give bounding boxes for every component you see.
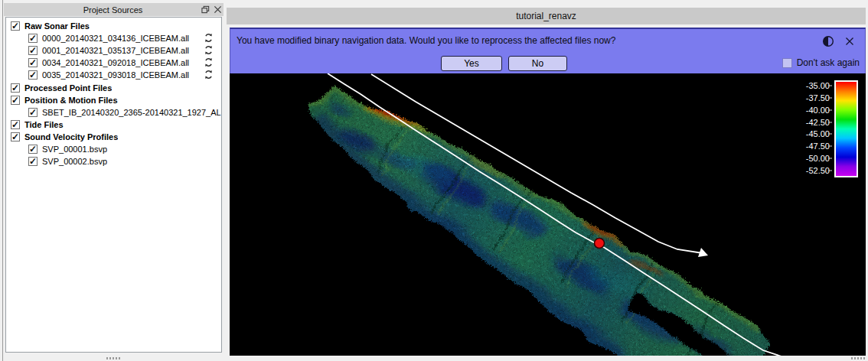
colorbar-depth-label: -37.50 [806,93,830,102]
tree-item-label: 0000_20140321_034136_ICEBEAM.all [42,34,189,43]
tree-item-label: Raw Sonar Files [24,21,90,31]
tree-item[interactable]: Position & Motion Files [6,94,221,106]
tree-item[interactable]: Raw Sonar Files [6,20,221,32]
colorbar-depth-label: -35.00 [806,81,830,90]
scene-title-bar: tutorial_renavz [227,8,866,24]
colorbar-depth-label: -45.00 [806,129,830,138]
float-panel-icon[interactable] [199,4,211,15]
panel-left-border [2,0,3,361]
3d-viewport[interactable]: -35.00-37.50-40.00-42.50-45.00-47.50-50.… [230,73,866,356]
tree-item[interactable]: 0001_20140321_035137_ICEBEAM.all [6,44,221,57]
tree-item[interactable]: SVP_00001.bsvp [6,143,221,155]
tree-item[interactable]: Tide Files [6,119,221,131]
tree-item-checkbox[interactable] [11,132,20,141]
refresh-icon [204,70,214,80]
tree-item-checkbox[interactable] [28,46,38,55]
tree-item-checkbox[interactable] [28,108,38,117]
panel-title: Project Sources [4,5,199,15]
colorbar-tick [828,122,832,122]
scene-view-panel: tutorial_renavz You have modified binary… [227,0,868,361]
splitter-handle[interactable] [106,357,120,359]
colorbar-tick [828,134,832,135]
tree-item-label: SBET_IB_20140320_2365-20140321_1927_AL..… [42,108,221,117]
tree-item-checkbox[interactable] [28,145,38,154]
colorbar [834,80,858,177]
position-marker [595,239,605,249]
colorbar-depth-label: -40.00 [806,106,830,115]
tree-item[interactable]: 0034_20140321_092018_ICEBEAM.all [6,57,221,69]
tree-item-label: 0035_20140321_093018_ICEBEAM.all [42,70,189,80]
tree-item-checkbox[interactable] [11,83,20,93]
colorbar-depth-label: -50.00 [806,154,830,163]
colorbar-tick [828,170,832,171]
tree-item-checkbox[interactable] [28,58,38,67]
tree-item-checkbox[interactable] [28,70,38,80]
tree-item[interactable]: 0035_20140321_093018_ICEBEAM.all [6,69,221,81]
colorbar-tick [828,109,832,110]
contrast-icon[interactable] [821,34,835,48]
tree-item-label: SVP_00002.bsvp [42,157,107,166]
tree-item-label: 0034_20140321_092018_ICEBEAM.all [42,58,189,67]
colorbar-tick [828,158,832,159]
project-sources-tree: Raw Sonar Files0000_20140321_034136_ICEB… [5,17,222,353]
3d-scene [230,73,866,356]
tree-item-checkbox[interactable] [11,96,20,105]
tree-item-checkbox[interactable] [11,120,20,129]
close-notification-icon[interactable] [843,34,857,48]
splitter-handle[interactable] [851,357,865,359]
colorbar-tick [828,97,832,98]
tree-item-label: Position & Motion Files [24,96,118,105]
dont-ask-again-option[interactable]: Don't ask again [782,57,860,68]
tree-item[interactable]: Processed Point Files [6,81,221,93]
tree-item-checkbox[interactable] [11,21,20,31]
colorbar-depth-label: -42.50 [806,118,830,127]
colorbar-tick [828,86,832,86]
tree-item[interactable]: SVP_00002.bsvp [6,155,221,167]
colorbar-depth-label: -47.50 [806,141,830,151]
tree-item[interactable]: 0000_20140321_034136_ICEBEAM.all [6,32,221,44]
tree-item[interactable]: Sound Velocity Profiles [6,131,221,143]
project-sources-header: Project Sources [4,3,224,16]
tree-item-label: SVP_00001.bsvp [42,145,107,154]
tree-item-label: Processed Point Files [24,83,112,93]
dont-ask-checkbox[interactable] [782,58,792,68]
colorbar-depth-label: -52.50 [806,166,830,175]
yes-button[interactable]: Yes [441,56,502,71]
tree-item-checkbox[interactable] [28,34,38,43]
tree-item-label: Sound Velocity Profiles [24,132,118,141]
no-button[interactable]: No [508,56,567,71]
app-window: Project Sources Raw Sonar Files0000_2014… [0,0,868,361]
refresh-icon [204,45,214,55]
tree-item[interactable]: SBET_IB_20140320_2365-20140321_1927_AL..… [6,106,221,119]
tree-item-checkbox[interactable] [28,157,38,166]
refresh-icon [204,57,214,67]
tree-item-label: Tide Files [24,120,64,129]
tree-item-label: 0001_20140321_035137_ICEBEAM.all [42,46,189,55]
refresh-icon [204,33,214,43]
colorbar-tick [828,146,832,147]
notification-message: You have modified binary navigation data… [237,35,615,46]
reprocess-notification-bar: You have modified binary navigation data… [230,28,866,73]
close-panel-icon[interactable] [211,4,224,15]
dont-ask-label: Don't ask again [797,57,860,68]
project-sources-panel: Project Sources Raw Sonar Files0000_2014… [0,0,227,361]
